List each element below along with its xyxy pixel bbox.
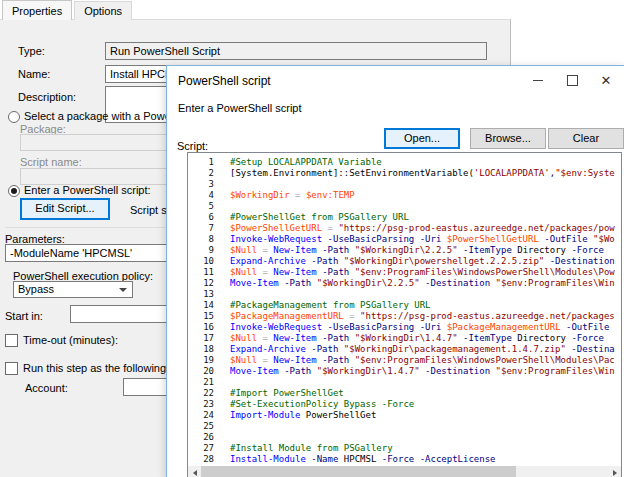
tab-properties[interactable]: Properties: [2, 0, 72, 20]
line-number: 4: [188, 190, 214, 201]
code-line: 22#Import PowerShellGet: [188, 388, 621, 399]
scroll-right-arrow-icon[interactable]: [608, 466, 621, 477]
line-number: 16: [188, 322, 214, 333]
code-line: 26: [188, 432, 621, 443]
execution-policy-dropdown[interactable]: Bypass: [13, 281, 133, 298]
line-number: 21: [188, 377, 214, 388]
line-number: 28: [188, 454, 214, 465]
script-name-label: Script name:: [20, 156, 82, 168]
code-line: 14#PackageManagement from PSGallery URL: [188, 300, 621, 311]
type-label: Type:: [18, 45, 45, 57]
code-line: 25: [188, 421, 621, 432]
dialog-subtitle: Enter a PowerShell script: [178, 102, 302, 114]
line-number: 18: [188, 344, 214, 355]
line-number: 9: [188, 245, 214, 256]
edit-script-button[interactable]: Edit Script...: [20, 198, 110, 220]
line-number: 2: [188, 168, 214, 179]
maximize-icon: [567, 75, 578, 86]
scroll-left-arrow-icon[interactable]: [188, 466, 201, 477]
line-number: 17: [188, 333, 214, 344]
code-line: 20Move-Item -Path "$WorkingDir\1.4.7" -D…: [188, 366, 621, 377]
line-number: 10: [188, 256, 214, 267]
code-line: 10Expand-Archive -Path "$WorkingDir\powe…: [188, 256, 621, 267]
powershell-script-dialog: PowerShell script ✕ Enter a PowerShell s…: [166, 65, 624, 477]
code-line: 23#Set-ExecutionPolicy Bypass -Force: [188, 399, 621, 410]
code-line: 8Invoke-WebRequest -UseBasicParsing -Uri…: [188, 234, 621, 245]
enter-script-radio[interactable]: [8, 185, 20, 197]
dialog-title: PowerShell script: [178, 74, 271, 88]
execution-policy-value: Bypass: [18, 283, 54, 295]
code-line: 1#Setup LOCALAPPDATA Variable: [188, 157, 621, 168]
account-label: Account:: [25, 382, 68, 394]
line-number: 26: [188, 432, 214, 443]
code-line: 12Move-Item -Path "$WorkingDir\2.2.5" -D…: [188, 278, 621, 289]
timeout-checkbox[interactable]: [5, 334, 18, 347]
select-package-radio[interactable]: [8, 111, 20, 123]
line-number: 14: [188, 300, 214, 311]
line-number: 7: [188, 223, 214, 234]
script-editor[interactable]: 1#Setup LOCALAPPDATA Variable2[System.En…: [187, 152, 622, 477]
line-number: 27: [188, 443, 214, 454]
code-lines: 1#Setup LOCALAPPDATA Variable2[System.En…: [188, 153, 621, 465]
line-number: 6: [188, 212, 214, 223]
maximize-button[interactable]: [555, 67, 589, 93]
line-number: 8: [188, 234, 214, 245]
description-label: Description:: [18, 91, 76, 103]
code-line: 5: [188, 201, 621, 212]
tab-strip: Properties Options: [2, 1, 134, 21]
line-number: 5: [188, 201, 214, 212]
close-icon: ✕: [601, 74, 612, 87]
line-number: 3: [188, 179, 214, 190]
clear-button[interactable]: Clear: [548, 128, 624, 149]
line-number: 25: [188, 421, 214, 432]
browse-button[interactable]: Browse...: [470, 128, 546, 149]
timeout-label: Time-out (minutes):: [23, 334, 118, 346]
script-label: Script:: [177, 140, 208, 152]
code-line: 15$PackageManagementURL = "https://psg-p…: [188, 311, 621, 322]
line-number: 1: [188, 157, 214, 168]
line-number: 19: [188, 355, 214, 366]
name-label: Name:: [18, 68, 50, 80]
code-line: 9$Null = New-Item -Path "$WorkingDir\2.2…: [188, 245, 621, 256]
type-field: Run PowerShell Script: [105, 42, 487, 60]
code-line: 24Import-Module PowerShellGet: [188, 410, 621, 421]
code-line: 11$Null = New-Item -Path "$env:ProgramFi…: [188, 267, 621, 278]
tab-options[interactable]: Options: [74, 1, 132, 20]
code-line: 21: [188, 377, 621, 388]
window-controls: ✕: [521, 67, 623, 93]
minimize-button[interactable]: [521, 67, 555, 93]
code-line: 17$Null = New-Item -Path "$WorkingDir\1.…: [188, 333, 621, 344]
start-in-label: Start in:: [5, 310, 43, 322]
horizontal-scrollbar[interactable]: [188, 466, 621, 477]
chevron-down-icon: [119, 288, 127, 292]
code-line: 7$PowerShellGetURL = "https://psg-prod-e…: [188, 223, 621, 234]
code-line: 18Expand-Archive -Path "$WorkingDir\pack…: [188, 344, 621, 355]
line-number: 11: [188, 267, 214, 278]
line-number: 23: [188, 399, 214, 410]
run-as-account-checkbox[interactable]: [5, 362, 18, 375]
code-line: 16Invoke-WebRequest -UseBasicParsing -Ur…: [188, 322, 621, 333]
code-line: 4$WorkingDir = $env:TEMP: [188, 190, 621, 201]
code-line: 13: [188, 289, 621, 300]
close-button[interactable]: ✕: [589, 67, 623, 93]
scrollbar-thumb[interactable]: [201, 466, 516, 477]
line-number: 20: [188, 366, 214, 377]
line-number: 13: [188, 289, 214, 300]
enter-script-label: Enter a PowerShell script:: [24, 184, 151, 196]
open-button[interactable]: Open...: [384, 128, 460, 149]
code-line: 2[System.Environment]::SetEnvironmentVar…: [188, 168, 621, 179]
code-line: 19$Null = New-Item -Path "$env:ProgramFi…: [188, 355, 621, 366]
code-line: 6#PowerShellGet from PSGallery URL: [188, 212, 621, 223]
line-number: 12: [188, 278, 214, 289]
code-line: 27#Install Module from PSGallery: [188, 443, 621, 454]
code-line: 28Install-Module -Name HPCMSL -Force -Ac…: [188, 454, 621, 465]
line-number: 24: [188, 410, 214, 421]
line-number: 15: [188, 311, 214, 322]
minimize-icon: [533, 80, 543, 81]
line-number: 22: [188, 388, 214, 399]
code-line: 3: [188, 179, 621, 190]
